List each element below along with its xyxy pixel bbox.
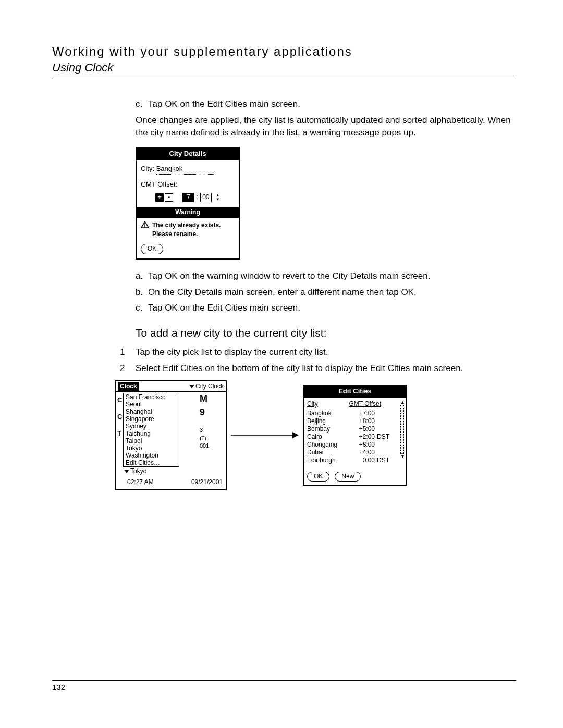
ok-button[interactable]: OK — [307, 472, 329, 482]
warning-icon — [141, 221, 149, 228]
list-item[interactable]: Sydney — [124, 423, 179, 430]
table-row[interactable]: Bangkok+7:00 — [307, 410, 403, 417]
table-row[interactable]: Dubai+4:00 — [307, 449, 403, 456]
page-number: 132 — [52, 683, 65, 692]
clock-left-letters: C C T — [116, 392, 122, 466]
list-item[interactable]: San Francisco — [124, 393, 179, 401]
table-row[interactable]: Beijing+8:00 — [307, 417, 403, 425]
minute-field[interactable]: 00 — [200, 193, 212, 202]
clock-date: 09/21/2001 — [191, 478, 223, 487]
col-header-city[interactable]: City — [307, 400, 349, 409]
spinner-icon[interactable]: ▲▼ — [216, 193, 220, 202]
gmt-offset-label: GMT Offset: — [141, 180, 235, 190]
minus-button[interactable]: - — [165, 193, 173, 202]
warning-line1: The city already exists. — [152, 221, 221, 230]
edit-cities-title: Edit Cities — [304, 386, 406, 398]
arrow-right-icon — [231, 430, 299, 440]
city-details-title: City Details — [137, 148, 239, 160]
table-row[interactable]: Chongqing+8:00 — [307, 441, 403, 449]
list-item[interactable]: Taichung — [124, 430, 179, 437]
numstep-1: 1Tap the city pick list to display the c… — [136, 346, 516, 359]
ok-button[interactable]: OK — [141, 244, 163, 254]
chapter-title: Working with your supplementary applicat… — [52, 44, 516, 59]
svg-marker-4 — [292, 432, 299, 438]
clock-menu[interactable]: City Clock — [189, 382, 224, 391]
city-label: City: — [141, 165, 154, 172]
clock-right-panel: M 9 3 ıTı 001 — [200, 392, 226, 466]
numstep-2: 2Select Edit Cities on the bottom of the… — [136, 362, 516, 375]
clock-screen: Clock City Clock C C T San Francisco Seo… — [115, 380, 227, 490]
city-picklist[interactable]: San Francisco Seoul Shanghai Singapore S… — [123, 393, 179, 467]
paragraph-warning-explain: Once changes are applied, the city list … — [136, 114, 516, 140]
clock-title: Clock — [118, 382, 139, 391]
list-item[interactable]: Taipei — [124, 437, 179, 445]
list-item[interactable]: Washington — [124, 452, 179, 459]
list-item[interactable]: Tokyo — [124, 445, 179, 452]
plus-button[interactable]: + — [155, 193, 164, 202]
step-c-top: c.Tap OK on the Edit Cities main screen. — [136, 98, 516, 111]
section-title: Using Clock — [52, 61, 516, 75]
page-footer: 132 — [52, 680, 516, 692]
svg-point-2 — [144, 226, 145, 227]
header-rule — [52, 79, 516, 79]
list-item[interactable]: Shanghai — [124, 408, 179, 415]
clock-time: 02:27 AM — [127, 478, 154, 487]
col-header-gmt[interactable]: GMT Offset — [349, 400, 381, 409]
list-item[interactable]: Singapore — [124, 415, 179, 423]
hour-field[interactable]: 7 — [182, 193, 194, 202]
step-b: b.On the City Details main screen, enter… — [136, 286, 516, 299]
step-a: a.Tap OK on the warning window to revert… — [136, 270, 516, 283]
scrollbar[interactable]: ▲ ▼ — [400, 400, 404, 459]
table-row[interactable]: Bombay+5:00 — [307, 425, 403, 433]
table-row[interactable]: Cairo+2:00DST — [307, 433, 403, 441]
table-row[interactable]: Edinburgh0:00DST — [307, 456, 403, 464]
edit-cities-screen: Edit Cities City GMT Offset Bangkok+7:00… — [303, 385, 407, 486]
list-item-edit-cities[interactable]: Edit Cities… — [124, 459, 179, 466]
list-item[interactable]: Seoul — [124, 401, 179, 408]
step-c: c.Tap OK on the Edit Cities main screen. — [136, 302, 516, 315]
city-details-screen: City Details City: Bangkok GMT Offset: +… — [136, 147, 240, 260]
subheading-add-city: To add a new city to the current city li… — [136, 325, 516, 341]
warning-title-bar: Warning — [137, 207, 239, 217]
city-input[interactable]: Bangkok — [156, 164, 214, 175]
clock-selected-city[interactable]: Tokyo — [116, 466, 226, 477]
new-button[interactable]: New — [335, 472, 361, 482]
warning-line2: Please rename. — [152, 230, 221, 239]
